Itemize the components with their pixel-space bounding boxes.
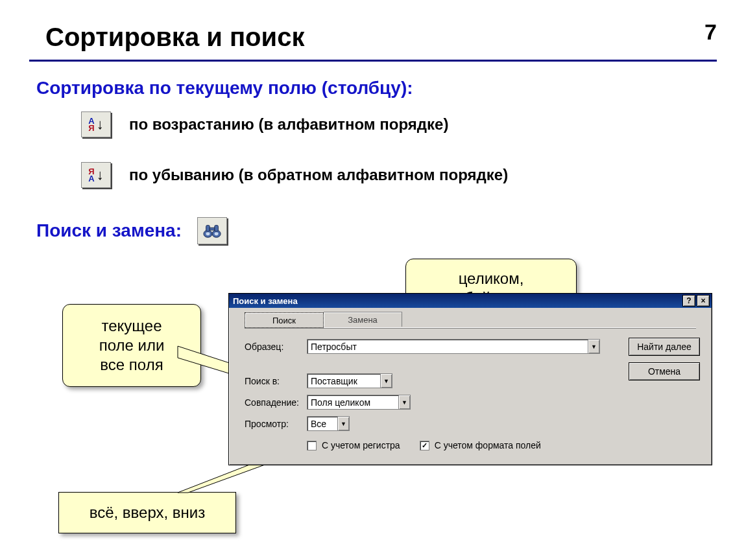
dropdown-icon[interactable]: ▼ [398,395,410,409]
dropdown-icon[interactable]: ▼ [588,340,599,353]
checkbox-case[interactable] [307,441,317,450]
sort-ascending-icon[interactable]: АЯ ↓ [81,111,111,137]
checkbox-format[interactable]: ✓ [420,441,429,450]
select-look-value: Все [307,419,337,429]
label-match: Совпадение: [245,397,307,408]
label-look: Просмотр: [245,419,307,429]
svg-point-5 [206,232,210,235]
row-match: Совпадение: Поля целиком ▼ [245,395,712,410]
svg-rect-2 [206,226,210,231]
label-sample: Образец: [245,342,307,352]
page-number: 7 [704,19,717,45]
button-find-next[interactable]: Найти далее [629,338,700,356]
input-sample[interactable]: Петросбыт ▼ [307,339,600,354]
dialog-tabs: Поиск Замена [245,312,712,327]
tab-replace[interactable]: Замена [324,312,402,327]
dropdown-icon[interactable]: ▼ [337,417,349,430]
row-look: Просмотр: Все ▼ [245,416,712,431]
select-look[interactable]: Все ▼ [307,416,350,431]
section-sort-heading: Сортировка по текущему полю (столбцу): [36,78,413,99]
svg-rect-4 [210,228,215,230]
section-find-label: Поиск и замена: [36,220,182,241]
page-title: Сортировка и поиск [45,23,304,52]
title-divider [29,60,717,62]
callout-direction: всё, вверх, вниз [58,492,236,533]
sort-ascending-label: по возрастанию (в алфавитном порядке) [129,115,448,134]
svg-rect-3 [215,226,219,231]
sort-descending-label: по убыванию (в обратном алфавитном поряд… [129,166,508,184]
close-button[interactable]: × [697,295,710,307]
label-search-in: Поиск в: [245,376,307,386]
dropdown-icon[interactable]: ▼ [380,374,392,388]
row-checks: С учетом регистра ✓ С учетом формата пол… [307,440,712,450]
find-replace-dialog: Поиск и замена ? × Поиск Замена Образец:… [228,293,712,465]
checkbox-case-label: С учетом регистра [322,440,400,450]
help-button[interactable]: ? [682,295,695,307]
button-cancel[interactable]: Отмена [629,362,700,380]
callout-direction-text: всё, вверх, вниз [90,503,206,522]
svg-point-6 [215,232,219,235]
binoculars-icon[interactable] [197,217,227,244]
dialog-title: Поиск и замена [233,296,298,306]
select-match-value: Поля целиком [307,397,398,408]
select-search-in-value: Поставщик [307,376,380,386]
sort-ascending-row: АЯ ↓ по возрастанию (в алфавитном порядк… [81,111,448,137]
dialog-titlebar: Поиск и замена ? × [229,294,712,308]
tab-find[interactable]: Поиск [245,312,324,328]
callout-field-scope-text: текущее поле или все поля [99,316,165,375]
select-search-in[interactable]: Поставщик ▼ [307,373,392,388]
input-sample-value: Петросбыт [307,342,588,352]
section-find-heading: Поиск и замена: [36,217,227,244]
checkbox-format-label: С учетом формата полей [435,440,541,450]
sort-descending-icon[interactable]: ЯА ↓ [81,162,111,188]
select-match[interactable]: Поля целиком ▼ [307,395,411,410]
sort-descending-row: ЯА ↓ по убыванию (в обратном алфавитном … [81,162,508,188]
